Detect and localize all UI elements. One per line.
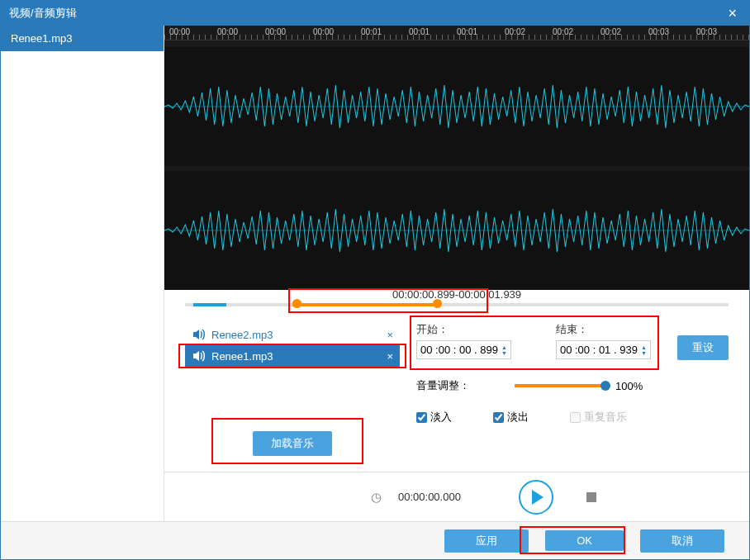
end-time-input[interactable]: 00 :00 : 01 . 939 ▲▼ <box>556 340 651 359</box>
range-handle-end[interactable] <box>433 299 442 308</box>
waveform-display <box>164 40 749 288</box>
waveform-channel-left <box>164 47 749 166</box>
range-handle-start[interactable] <box>292 299 301 308</box>
start-time-input[interactable]: 00 :00 : 00 . 899 ▲▼ <box>416 340 511 359</box>
stop-button[interactable] <box>586 492 596 502</box>
title-bar: 视频/音频剪辑 × <box>1 1 749 26</box>
play-button[interactable] <box>519 480 553 515</box>
waveform-channel-right <box>164 171 749 290</box>
stepper-up-icon[interactable]: ▲ <box>501 344 507 350</box>
repeat-music-checkbox[interactable]: 重复音乐 <box>570 410 627 425</box>
window-title: 视频/音频剪辑 <box>9 6 77 21</box>
close-icon[interactable]: × <box>724 5 741 22</box>
playlist-item[interactable]: Renee1.mp3 × <box>185 345 400 367</box>
playlist-item-name: Renee1.mp3 <box>211 350 380 363</box>
fade-out-checkbox[interactable]: 淡出 <box>493 410 529 425</box>
stepper-up-icon[interactable]: ▲ <box>641 344 647 350</box>
playback-time: 00:00:00.000 <box>398 491 461 503</box>
volume-value: 100% <box>615 380 643 392</box>
sidebar-file-item[interactable]: Renee1.mp3 <box>1 26 164 51</box>
fade-in-checkbox[interactable]: 淡入 <box>416 410 452 425</box>
reset-button[interactable]: 重设 <box>677 335 729 360</box>
speaker-icon <box>192 349 205 363</box>
playlist-item-close-icon[interactable]: × <box>387 329 393 341</box>
range-slider-track[interactable] <box>185 303 729 306</box>
range-slider-row: 00:00:00.899-00:00:01.939 <box>164 288 749 318</box>
playback-bar: ◷ 00:00:00.000 <box>164 472 749 521</box>
playlist-item[interactable]: Renee2.mp3 × <box>185 324 400 345</box>
load-music-button[interactable]: 加载音乐 <box>253 431 332 456</box>
playlist-item-close-icon[interactable]: × <box>387 350 393 363</box>
volume-slider[interactable] <box>515 384 605 387</box>
time-ruler: 00:00 00:00 00:00 00:00 00:01 00:01 00:0… <box>164 26 749 40</box>
range-label: 00:00:00.899-00:00:01.939 <box>392 288 521 301</box>
footer-bar: 应用 OK 取消 <box>1 521 749 559</box>
apply-button[interactable]: 应用 <box>444 529 529 553</box>
stepper-down-icon[interactable]: ▼ <box>501 350 507 356</box>
cancel-button[interactable]: 取消 <box>640 529 724 553</box>
playlist-item-name: Renee2.mp3 <box>211 329 380 341</box>
volume-handle[interactable] <box>600 381 610 391</box>
speaker-icon <box>192 328 205 341</box>
file-sidebar: Renee1.mp3 <box>1 26 164 521</box>
stepper-down-icon[interactable]: ▼ <box>641 350 647 356</box>
volume-label: 音量调整： <box>416 378 470 393</box>
play-icon <box>532 490 544 505</box>
end-label: 结束： <box>556 322 651 337</box>
clock-icon: ◷ <box>371 490 382 505</box>
start-label: 开始： <box>416 322 511 337</box>
ok-button[interactable]: OK <box>545 530 624 551</box>
